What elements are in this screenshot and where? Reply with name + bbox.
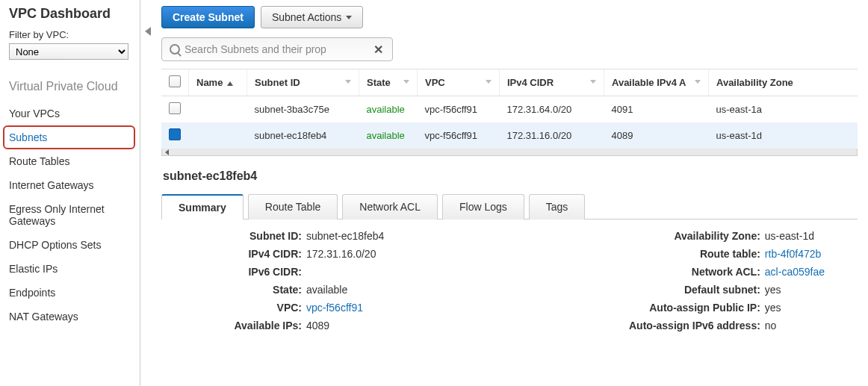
sort-asc-icon (227, 81, 233, 86)
sort-handle-icon (486, 80, 492, 84)
label-ipv6-cidr: IPv6 CIDR: (164, 266, 302, 278)
collapse-sidebar-icon[interactable] (145, 27, 151, 36)
value-available-ips: 4089 (306, 320, 329, 331)
cell-az: us-east-1d (709, 122, 858, 149)
value-default-subnet: yes (765, 284, 781, 296)
chevron-down-icon (346, 16, 352, 19)
label-state: State: (164, 284, 302, 296)
table-row[interactable]: subnet-3ba3c75e available vpc-f56cff91 1… (161, 96, 858, 123)
sort-handle-icon (345, 80, 351, 84)
value-subnet-id: subnet-ec18feb4 (306, 230, 384, 242)
create-subnet-button[interactable]: Create Subnet (161, 6, 255, 28)
filter-by-vpc-select[interactable]: None (9, 43, 128, 60)
search-icon (170, 44, 180, 55)
clear-search-icon[interactable]: ✕ (372, 43, 385, 57)
row-checkbox[interactable] (169, 128, 181, 140)
table-header-row: Name Subnet ID State VPC IPv4 CIDR Avail… (161, 69, 858, 96)
cell-state: available (359, 122, 418, 149)
col-name[interactable]: Name (189, 69, 247, 96)
tab-flow-logs[interactable]: Flow Logs (442, 194, 524, 220)
cell-available-ipv4: 4089 (604, 122, 709, 149)
cell-az: us-east-1a (709, 96, 858, 123)
value-auto-assign-public-ip: yes (765, 302, 781, 314)
label-default-subnet: Default subnet: (604, 284, 760, 296)
label-ipv4-cidr: IPv4 CIDR: (164, 248, 302, 260)
summary-panel: Subnet ID:subnet-ec18feb4 IPv4 CIDR:172.… (161, 220, 858, 331)
collapse-gutter (140, 0, 161, 386)
cell-state: available (359, 96, 418, 123)
col-ipv4-cidr[interactable]: IPv4 CIDR (500, 69, 604, 96)
sort-handle-icon (590, 80, 596, 84)
search-container: ✕ (161, 37, 393, 61)
tab-tags[interactable]: Tags (529, 194, 586, 220)
subnets-table: Name Subnet ID State VPC IPv4 CIDR Avail… (161, 69, 858, 149)
cell-ipv4-cidr: 172.31.16.0/20 (500, 122, 604, 149)
label-auto-assign-ipv6: Auto-assign IPv6 address: (604, 320, 760, 331)
sidebar: VPC Dashboard Filter by VPC: None Virtua… (0, 0, 140, 386)
sidebar-item-elastic-ips[interactable]: Elastic IPs (9, 257, 140, 281)
value-az: us-east-1d (765, 230, 814, 242)
label-subnet-id: Subnet ID: (164, 230, 302, 242)
value-route-table-link[interactable]: rtb-4f0f472b (765, 248, 822, 260)
sidebar-item-dhcp-options[interactable]: DHCP Options Sets (9, 233, 140, 257)
col-availability-zone[interactable]: Availability Zone (709, 69, 858, 96)
cell-name (189, 96, 247, 123)
label-vpc: VPC: (164, 302, 302, 314)
cell-ipv4-cidr: 172.31.64.0/20 (500, 96, 604, 123)
sort-handle-icon (403, 80, 409, 84)
nav-heading-vpc: Virtual Private Cloud (9, 79, 140, 94)
value-ipv4-cidr: 172.31.16.0/20 (306, 248, 376, 260)
tab-network-acl[interactable]: Network ACL (342, 194, 438, 220)
sidebar-item-egress-only-igw[interactable]: Egress Only Internet Gateways (9, 197, 140, 233)
scroll-left-icon (165, 149, 169, 155)
label-az: Availability Zone: (604, 230, 760, 242)
sidebar-item-nat-gateways[interactable]: NAT Gateways (9, 305, 140, 329)
value-vpc-link[interactable]: vpc-f56cff91 (306, 302, 363, 314)
cell-name (189, 122, 247, 149)
subnet-actions-label: Subnet Actions (272, 11, 341, 23)
sidebar-item-subnets[interactable]: Subnets (3, 125, 135, 149)
cell-vpc: vpc-f56cff91 (418, 96, 500, 123)
search-input[interactable] (185, 43, 372, 55)
row-checkbox[interactable] (169, 102, 181, 114)
subnet-actions-button[interactable]: Subnet Actions (261, 6, 363, 28)
sort-handle-icon (695, 80, 701, 84)
label-network-acl: Network ACL: (604, 266, 760, 278)
detail-tabs: Summary Route Table Network ACL Flow Log… (161, 193, 858, 220)
select-all-checkbox[interactable] (169, 75, 181, 87)
tab-route-table[interactable]: Route Table (248, 194, 338, 220)
label-route-table: Route table: (604, 248, 760, 260)
cell-vpc: vpc-f56cff91 (418, 122, 500, 149)
sidebar-item-route-tables[interactable]: Route Tables (9, 149, 140, 173)
sidebar-title: VPC Dashboard (9, 6, 140, 22)
cell-available-ipv4: 4091 (604, 96, 709, 123)
col-subnet-id[interactable]: Subnet ID (247, 69, 359, 96)
filter-by-vpc-label: Filter by VPC: (9, 29, 140, 40)
tab-summary[interactable]: Summary (161, 194, 244, 220)
sidebar-item-your-vpcs[interactable]: Your VPCs (9, 102, 140, 125)
table-row[interactable]: subnet-ec18feb4 available vpc-f56cff91 1… (161, 122, 858, 149)
label-auto-assign-public-ip: Auto-assign Public IP: (604, 302, 760, 314)
cell-subnet-id: subnet-3ba3c75e (247, 96, 359, 123)
value-network-acl-link[interactable]: acl-ca059fae (765, 266, 825, 278)
sidebar-item-endpoints[interactable]: Endpoints (9, 281, 140, 305)
detail-panel-title: subnet-ec18feb4 (163, 169, 858, 183)
toolbar: Create Subnet Subnet Actions (161, 6, 858, 28)
main-content: Create Subnet Subnet Actions ✕ Name Subn… (161, 0, 868, 386)
label-available-ips: Available IPs: (164, 320, 302, 331)
col-available-ipv4[interactable]: Available IPv4 A (604, 69, 709, 96)
value-state: available (306, 284, 347, 296)
value-auto-assign-ipv6: no (765, 320, 777, 331)
sidebar-item-internet-gateways[interactable]: Internet Gateways (9, 173, 140, 197)
table-horizontal-scrollbar[interactable] (161, 149, 858, 156)
cell-subnet-id: subnet-ec18feb4 (247, 122, 359, 149)
col-vpc[interactable]: VPC (418, 69, 500, 96)
col-state[interactable]: State (359, 69, 418, 96)
